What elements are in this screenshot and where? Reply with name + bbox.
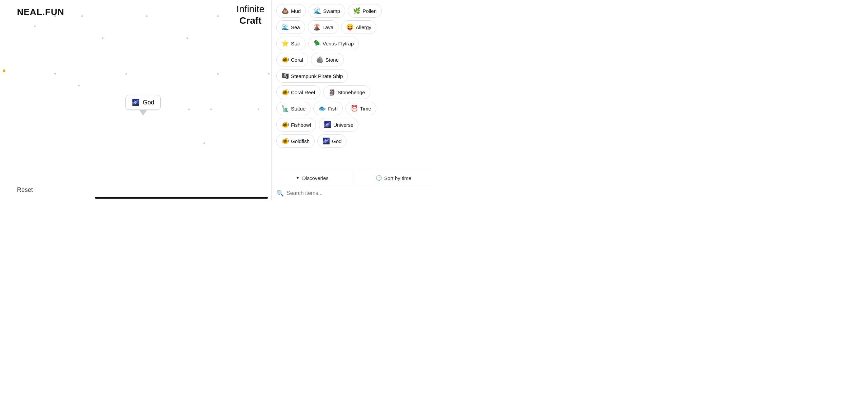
canvas-area[interactable]: NEAL.FUN Infinite Craft 🌌 God Reset xyxy=(0,0,271,200)
dot xyxy=(203,142,205,144)
dot xyxy=(188,108,190,110)
item-button[interactable]: 🐠Fishbowl xyxy=(276,118,316,132)
item-row: 🐠Coral🪨Stone xyxy=(276,53,429,66)
game-title: Infinite Craft xyxy=(237,3,265,26)
items-container[interactable]: 💩Mud🌊Swamp🌿Pollen🌊Sea🌋Lava😝Allergy⭐Star🪲… xyxy=(272,0,434,170)
item-label: Statue xyxy=(291,106,305,112)
item-emoji: 🌿 xyxy=(353,7,360,15)
item-button[interactable]: 🌊Sea xyxy=(276,20,305,34)
dot xyxy=(102,37,103,39)
item-emoji: 🪲 xyxy=(313,40,321,47)
sidebar: 💩Mud🌊Swamp🌿Pollen🌊Sea🌋Lava😝Allergy⭐Star🪲… xyxy=(271,0,434,200)
item-label: Fish xyxy=(328,106,337,112)
search-input[interactable] xyxy=(287,190,429,196)
scrollbar[interactable] xyxy=(95,197,268,199)
dot xyxy=(54,15,56,17)
item-button[interactable]: 🪲Venus Flytrap xyxy=(308,37,359,50)
dot xyxy=(268,73,270,75)
item-label: Universe xyxy=(333,122,353,128)
item-label: Fishbowl xyxy=(291,122,311,128)
item-row: 🐠Goldfish🌌God xyxy=(276,134,429,148)
item-button[interactable]: 🌌Universe xyxy=(319,118,358,132)
item-button[interactable]: 🗿Stonehenge xyxy=(323,85,370,99)
item-label: Allergy xyxy=(356,24,371,30)
dot xyxy=(186,37,188,39)
god-label: God xyxy=(143,99,154,106)
item-button[interactable]: 🏴‍☠️Steampunk Pirate Ship xyxy=(276,69,348,83)
item-button[interactable]: ⭐Star xyxy=(276,37,305,50)
item-button[interactable]: 🌌God xyxy=(317,134,347,148)
item-emoji: 🌌 xyxy=(322,137,330,145)
item-emoji: 🐠 xyxy=(281,88,289,96)
item-label: Coral xyxy=(291,57,303,63)
discoveries-icon: ✦ xyxy=(296,175,300,181)
item-label: Coral Reef xyxy=(291,89,315,95)
item-row: ⭐Star🪲Venus Flytrap xyxy=(276,37,429,50)
item-emoji: 🐟 xyxy=(318,105,326,112)
discoveries-label: Discoveries xyxy=(302,175,329,181)
god-element[interactable]: 🌌 God xyxy=(125,95,161,110)
item-button[interactable]: 🪨Stone xyxy=(311,53,344,66)
item-row: 🌊Sea🌋Lava😝Allergy xyxy=(276,20,429,34)
item-button[interactable]: 🗽Statue xyxy=(276,102,311,115)
dot xyxy=(210,108,212,110)
item-emoji: 🗽 xyxy=(281,105,289,112)
dot xyxy=(81,15,83,17)
item-label: Mud xyxy=(291,8,301,14)
item-emoji: 🏴‍☠️ xyxy=(281,72,289,80)
item-label: Sea xyxy=(291,24,300,30)
dot xyxy=(217,73,219,75)
item-label: Lava xyxy=(322,24,334,30)
item-emoji: 🌌 xyxy=(324,121,331,128)
item-label: Time xyxy=(360,106,371,112)
item-emoji: 😝 xyxy=(346,23,354,31)
item-emoji: 🐠 xyxy=(281,121,289,128)
dot xyxy=(54,73,56,75)
reset-button[interactable]: Reset xyxy=(17,186,33,194)
item-emoji: 🐠 xyxy=(281,56,289,63)
item-label: Swamp xyxy=(323,8,340,14)
dot-orange xyxy=(3,69,5,72)
item-emoji: 🌊 xyxy=(281,23,289,31)
item-button[interactable]: 😝Allergy xyxy=(341,20,376,34)
dot xyxy=(125,73,127,75)
item-button[interactable]: 🌊Swamp xyxy=(309,4,345,18)
item-emoji: 🐠 xyxy=(281,137,289,145)
discoveries-tab[interactable]: ✦ Discoveries xyxy=(272,170,353,186)
search-icon: 🔍 xyxy=(276,189,284,197)
item-emoji: 🌋 xyxy=(313,23,320,31)
sort-label: Sort by time xyxy=(384,175,411,181)
god-emoji: 🌌 xyxy=(132,99,139,106)
item-emoji: ⭐ xyxy=(281,40,289,47)
item-emoji: ⏰ xyxy=(351,105,358,112)
item-label: Stone xyxy=(326,57,339,63)
logo: NEAL.FUN xyxy=(17,7,64,17)
item-emoji: 🗿 xyxy=(328,88,336,96)
item-button[interactable]: 🐠Goldfish xyxy=(276,134,315,148)
sidebar-footer: ✦ Discoveries 🕐 Sort by time 🔍 xyxy=(272,170,434,200)
item-label: Steampunk Pirate Ship xyxy=(291,73,343,79)
item-button[interactable]: 🐠Coral Reef xyxy=(276,85,320,99)
sort-icon: 🕐 xyxy=(376,175,382,181)
item-label: Stonehenge xyxy=(338,89,365,95)
item-button[interactable]: 🌋Lava xyxy=(308,20,339,34)
item-emoji: 🌊 xyxy=(314,7,321,15)
item-emoji: 💩 xyxy=(281,7,289,15)
dot xyxy=(258,108,259,110)
item-row: 🐠Fishbowl🌌Universe xyxy=(276,118,429,132)
item-button[interactable]: 🌿Pollen xyxy=(348,4,382,18)
footer-tabs: ✦ Discoveries 🕐 Sort by time xyxy=(272,170,434,186)
item-button[interactable]: 🐟Fish xyxy=(313,102,342,115)
sort-tab[interactable]: 🕐 Sort by time xyxy=(353,170,434,186)
dot xyxy=(146,15,147,17)
item-label: Goldfish xyxy=(291,138,310,144)
item-button[interactable]: ⏰Time xyxy=(346,102,376,115)
search-bar: 🔍 xyxy=(272,186,434,200)
item-label: Star xyxy=(291,41,300,46)
item-button[interactable]: 💩Mud xyxy=(276,4,306,18)
dot xyxy=(78,85,80,86)
item-row: 💩Mud🌊Swamp🌿Pollen xyxy=(276,4,429,18)
item-label: Pollen xyxy=(362,8,377,14)
item-label: God xyxy=(332,138,341,144)
item-button[interactable]: 🐠Coral xyxy=(276,53,308,66)
